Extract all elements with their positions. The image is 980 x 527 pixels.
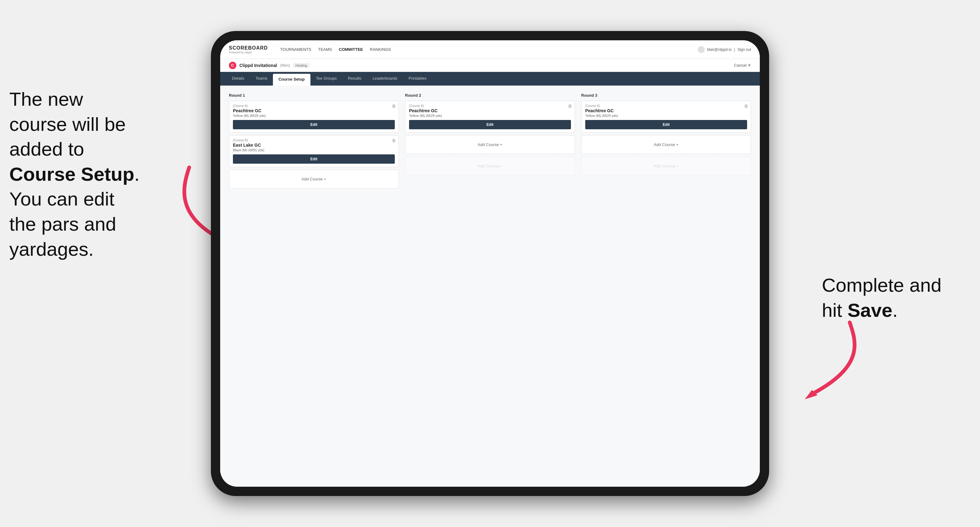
round-3-course-a-edit-button[interactable]: Edit	[585, 120, 747, 129]
tournament-name: Clippd Invitational	[239, 63, 277, 68]
round-2-label: Round 2	[405, 93, 575, 98]
round-2-course-a-card: (Course A) Peachtree GC Yellow (M) (6629…	[405, 101, 575, 133]
round-1-column: Round 1 (Course A) Peachtree GC Yellow (…	[229, 93, 399, 191]
round-1-label: Round 1	[229, 93, 399, 98]
annotation-line1: The new	[9, 88, 83, 110]
nav-link-tournaments[interactable]: TOURNAMENTS	[280, 46, 311, 53]
nav-links: TOURNAMENTS TEAMS COMMITTEE RANKINGS	[280, 46, 689, 53]
tournament-left: C Clippd Invitational (Men) Hosting	[229, 62, 310, 69]
tournament-type: (Men)	[280, 63, 290, 68]
round-1-course-b-label: (Course B)	[233, 138, 395, 142]
round-3-course-a-label: (Course A)	[585, 104, 747, 108]
round-3-add-course-button[interactable]: Add Course +	[581, 135, 751, 154]
nav-separator: |	[734, 48, 735, 52]
main-content: Round 1 (Course A) Peachtree GC Yellow (…	[220, 86, 760, 487]
tab-leaderboards[interactable]: Leaderboards	[367, 72, 403, 86]
round-3-course-a-card: (Course A) Peachtree GC Yellow (M) (6629…	[581, 101, 751, 133]
logo-area: SCOREBOARD Powered by clippd	[229, 45, 268, 54]
round-1-course-a-name: Peachtree GC	[233, 108, 395, 113]
round-1-add-course-button[interactable]: Add Course +	[229, 170, 399, 189]
annotation-line3: added to	[9, 138, 84, 160]
tournament-hosting: Hosting	[293, 63, 310, 68]
round-2-course-a-name: Peachtree GC	[409, 108, 571, 113]
annotation-line4-suffix: .	[134, 163, 140, 185]
top-nav: SCOREBOARD Powered by clippd TOURNAMENTS…	[220, 40, 760, 59]
round-1-course-b-delete-icon[interactable]: 🗑	[392, 138, 396, 143]
tablet-screen: SCOREBOARD Powered by clippd TOURNAMENTS…	[220, 40, 760, 487]
round-1-course-a-edit-button[interactable]: Edit	[233, 120, 395, 129]
cancel-button[interactable]: Cancel ✕	[734, 63, 751, 68]
round-1-course-b-name: East Lake GC	[233, 143, 395, 148]
tab-printables[interactable]: Printables	[403, 72, 432, 86]
round-2-course-a-edit-button[interactable]: Edit	[409, 120, 571, 129]
nav-right: blair@clippd.io | Sign out	[698, 46, 751, 53]
rounds-grid: Round 1 (Course A) Peachtree GC Yellow (…	[229, 93, 751, 191]
tab-tee-groups[interactable]: Tee Groups	[310, 72, 342, 86]
tab-details[interactable]: Details	[226, 72, 250, 86]
round-3-label: Round 3	[581, 93, 751, 98]
annotation-right-suffix: .	[892, 300, 898, 321]
round-2-course-a-delete-icon[interactable]: 🗑	[568, 103, 572, 108]
round-3-course-a-details: Yellow (M) (6629 yds)	[585, 114, 747, 117]
round-3-column: Round 3 (Course A) Peachtree GC Yellow (…	[581, 93, 751, 191]
round-2-course-a-label: (Course A)	[409, 104, 571, 108]
nav-link-rankings[interactable]: RANKINGS	[370, 46, 391, 53]
tab-teams[interactable]: Teams	[250, 72, 273, 86]
round-3-add-course-disabled: Add Course +	[581, 157, 751, 175]
round-2-column: Round 2 (Course A) Peachtree GC Yellow (…	[405, 93, 575, 191]
round-1-course-a-delete-icon[interactable]: 🗑	[392, 103, 396, 108]
tabs-bar: Details Teams Course Setup Tee Groups Re…	[220, 72, 760, 86]
tab-results[interactable]: Results	[342, 72, 367, 86]
logo-powered: Powered by clippd	[229, 51, 268, 54]
tablet-device: SCOREBOARD Powered by clippd TOURNAMENTS…	[211, 31, 769, 496]
right-arrow-icon	[775, 316, 875, 403]
annotation-left: The new course will be added to Course S…	[9, 87, 189, 262]
round-1-course-a-card: (Course A) Peachtree GC Yellow (M) (6629…	[229, 101, 399, 133]
round-1-course-b-edit-button[interactable]: Edit	[233, 154, 395, 163]
annotation-right-line1: Complete and	[822, 275, 942, 296]
round-2-course-a-details: Yellow (M) (6629 yds)	[409, 114, 571, 117]
annotation-line6: the pars and	[9, 213, 116, 235]
user-avatar	[698, 46, 705, 53]
round-2-add-course-disabled: Add Course +	[405, 157, 575, 175]
round-1-course-a-details: Yellow (M) (6629 yds)	[233, 114, 395, 117]
round-3-course-a-delete-icon[interactable]: 🗑	[744, 103, 748, 108]
logo-scoreboard: SCOREBOARD	[229, 45, 268, 51]
nav-link-teams[interactable]: TEAMS	[318, 46, 332, 53]
round-1-course-a-label: (Course A)	[233, 104, 395, 108]
tab-course-setup[interactable]: Course Setup	[273, 74, 310, 86]
annotation-line4-bold: Course Setup	[9, 163, 134, 185]
round-3-course-a-name: Peachtree GC	[585, 108, 747, 113]
annotation-line5: You can edit	[9, 188, 115, 210]
nav-link-committee[interactable]: COMMITTEE	[339, 46, 363, 53]
annotation-right: Complete and hit Save.	[822, 273, 971, 323]
tournament-logo: C	[229, 62, 236, 69]
annotation-line2: course will be	[9, 113, 126, 135]
user-email: blair@clippd.io	[707, 48, 732, 52]
tournament-bar: C Clippd Invitational (Men) Hosting Canc…	[220, 59, 760, 72]
round-2-add-course-button[interactable]: Add Course +	[405, 135, 575, 154]
round-1-course-b-card: (Course B) East Lake GC Black (M) (6891 …	[229, 135, 399, 167]
sign-out-link[interactable]: Sign out	[738, 48, 751, 52]
round-1-course-b-details: Black (M) (6891 yds)	[233, 148, 395, 152]
annotation-line7: yardages.	[9, 238, 94, 260]
